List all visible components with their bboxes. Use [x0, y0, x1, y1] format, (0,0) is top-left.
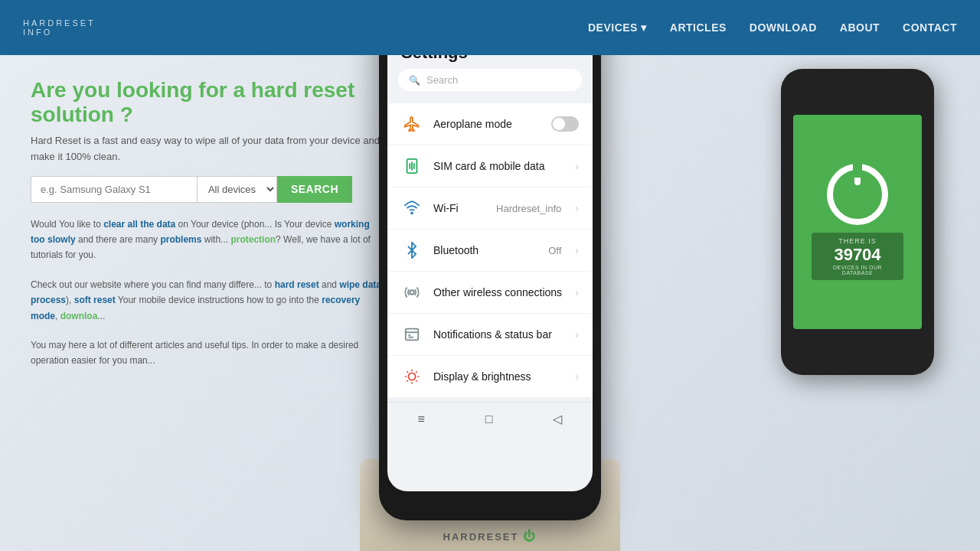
- bluetooth-icon: [401, 240, 423, 261]
- sim-icon: [401, 155, 423, 177]
- counter-sublabel: DEVICES IN OUR DATABASE: [819, 265, 896, 276]
- main-phone: 4:30 ✓ 🔔 📶 🔋 Settings 🔍 Search: [379, 8, 601, 520]
- settings-item-aeroplane[interactable]: Aeroplane mode: [387, 103, 593, 145]
- aeroplane-toggle[interactable]: [551, 116, 579, 132]
- settings-item-bluetooth[interactable]: Bluetooth Off ›: [387, 230, 593, 272]
- svg-line-15: [407, 372, 408, 373]
- nav-devices[interactable]: DEVICES ▾: [588, 21, 647, 34]
- bluetooth-value: Off: [548, 245, 564, 256]
- svg-line-18: [407, 380, 408, 381]
- wireless-label: Other wireless connections: [433, 285, 564, 299]
- stand-label: HARDRESET ⏻: [443, 530, 537, 543]
- notifications-label: Notifications & status bar: [433, 328, 564, 341]
- svg-line-17: [416, 372, 416, 373]
- bottom-home-icon[interactable]: □: [485, 412, 493, 426]
- bottom-back-icon[interactable]: ◁: [553, 412, 562, 426]
- body-text-3: You may here a lot of different articles…: [31, 337, 383, 369]
- svg-point-10: [408, 373, 415, 380]
- counter-label: THERE IS: [819, 237, 896, 245]
- right-phone: THERE IS 39704 DEVICES IN OUR DATABASE: [781, 69, 934, 375]
- search-button[interactable]: SEARCH: [277, 176, 352, 203]
- display-label: Display & brightness: [433, 370, 564, 383]
- right-phone-screen: THERE IS 39704 DEVICES IN OUR DATABASE: [793, 115, 922, 329]
- svg-rect-6: [406, 329, 419, 341]
- settings-item-wireless[interactable]: Other wireless connections ›: [387, 272, 593, 314]
- sim-arrow: ›: [575, 160, 579, 172]
- power-icon: [827, 164, 888, 225]
- notification-icon: [401, 324, 423, 345]
- display-icon: [401, 366, 423, 387]
- nav-download[interactable]: DOWNLOAD: [750, 21, 817, 34]
- settings-search-bar[interactable]: 🔍 Search: [398, 69, 582, 91]
- settings-search-icon: 🔍: [409, 75, 420, 86]
- nav-articles[interactable]: ARTICLES: [670, 21, 727, 34]
- search-input[interactable]: [31, 176, 198, 203]
- body-text-1: Would You like to clear all the data on …: [31, 217, 383, 263]
- wifi-icon: [401, 197, 423, 219]
- aeroplane-icon: [401, 113, 423, 135]
- search-bar: All devices SEARCH: [31, 176, 352, 203]
- wifi-arrow: ›: [575, 202, 579, 214]
- settings-search-placeholder: Search: [426, 74, 458, 86]
- stand-text: HARDRESET: [443, 531, 519, 543]
- logo-line1: HARDRESET: [23, 18, 96, 28]
- page-headline: Are you looking for a hard reset solutio…: [31, 78, 383, 127]
- wifi-value: Hardreset_info: [496, 203, 564, 214]
- bottom-menu-icon[interactable]: ≡: [417, 412, 424, 426]
- nav-about[interactable]: ABOUT: [840, 21, 880, 34]
- settings-item-notifications[interactable]: Notifications & status bar ›: [387, 314, 593, 356]
- svg-line-16: [416, 380, 416, 381]
- device-counter: THERE IS 39704 DEVICES IN OUR DATABASE: [812, 233, 903, 280]
- counter-number: 39704: [819, 245, 896, 265]
- bluetooth-arrow: ›: [575, 244, 579, 256]
- display-arrow: ›: [575, 370, 579, 383]
- nav-links: DEVICES ▾ ARTICLES DOWNLOAD ABOUT CONTAC…: [588, 21, 957, 34]
- settings-list: Aeroplane mode SIM card & mob: [387, 103, 593, 397]
- svg-point-5: [410, 290, 414, 295]
- wireless-arrow: ›: [575, 286, 579, 298]
- device-select[interactable]: All devices: [198, 176, 277, 203]
- intro-text: Hard Reset is a fast and easy way to wip…: [31, 133, 383, 165]
- wifi-label: Wi-Fi: [433, 201, 485, 215]
- notifications-arrow: ›: [575, 328, 579, 341]
- logo-line2: INFO: [23, 28, 96, 37]
- settings-item-sim[interactable]: SIM card & mobile data ›: [387, 145, 593, 187]
- phone-screen: 4:30 ✓ 🔔 📶 🔋 Settings 🔍 Search: [387, 12, 593, 491]
- bluetooth-label: Bluetooth: [433, 243, 537, 257]
- settings-item-display[interactable]: Display & brightness ›: [387, 356, 593, 397]
- svg-point-4: [411, 213, 413, 214]
- sim-label: SIM card & mobile data: [433, 159, 564, 173]
- settings-item-wifi[interactable]: Wi-Fi Hardreset_info ›: [387, 187, 593, 230]
- nav-contact[interactable]: CONTACT: [903, 21, 957, 34]
- body-text-2: Check out our website where you can find…: [31, 277, 383, 324]
- bottom-nav: ≡ □ ◁: [387, 402, 593, 435]
- logo: HARDRESET INFO: [23, 18, 96, 37]
- stand-power-icon: ⏻: [523, 530, 537, 543]
- navbar: HARDRESET INFO DEVICES ▾ ARTICLES DOWNLO…: [0, 0, 980, 55]
- wireless-icon: [401, 282, 423, 303]
- aeroplane-label: Aeroplane mode: [433, 117, 541, 131]
